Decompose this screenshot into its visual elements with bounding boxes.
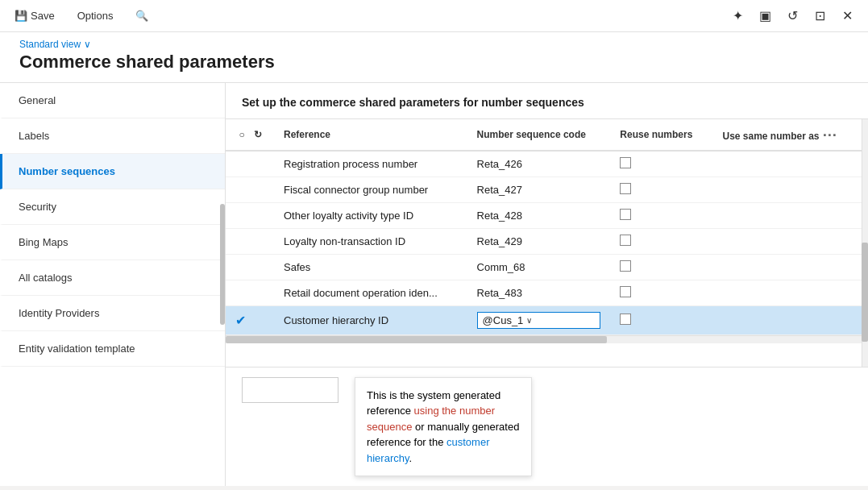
table-row[interactable]: ✔Customer hierarchy ID @Cus_1 ∨ bbox=[226, 306, 862, 335]
row-code: Reta_426 bbox=[467, 151, 611, 177]
th-reference-label: Reference bbox=[284, 129, 330, 140]
circle-icon: ○ bbox=[235, 128, 248, 141]
sidebar-item-bing-maps[interactable]: Bing Maps bbox=[0, 225, 225, 260]
reuse-checkbox[interactable] bbox=[620, 314, 631, 325]
tooltip-text-3: . bbox=[409, 452, 413, 464]
table-row[interactable]: Retail document operation iden...Reta_48… bbox=[226, 280, 862, 306]
options-button[interactable]: Options bbox=[73, 6, 118, 25]
sidebar-item-number-sequences[interactable]: Number sequences bbox=[0, 154, 225, 189]
sidebar-scroll-track bbox=[220, 83, 225, 486]
v-scrollbar-thumb[interactable] bbox=[862, 243, 868, 342]
row-code: Reta_483 bbox=[467, 280, 611, 306]
row-status-cell bbox=[226, 229, 274, 255]
save-button[interactable]: 💾 Save bbox=[10, 6, 60, 25]
row-same-as bbox=[712, 229, 862, 255]
sidebar-item-label: Number sequences bbox=[19, 165, 115, 177]
row-same-as bbox=[712, 306, 862, 335]
detach-button[interactable]: ⊡ bbox=[808, 5, 831, 27]
reuse-checkbox[interactable] bbox=[620, 183, 631, 194]
reuse-checkbox[interactable] bbox=[620, 286, 631, 297]
refresh-button[interactable]: ↺ bbox=[781, 5, 804, 27]
th-reuse-label: Reuse numbers bbox=[620, 129, 692, 140]
reuse-checkbox[interactable] bbox=[620, 209, 631, 220]
table-header-row: ○ ↻ Reference Number sequence code bbox=[226, 119, 862, 151]
row-reuse[interactable] bbox=[610, 255, 712, 280]
th-reuse: Reuse numbers bbox=[610, 119, 712, 151]
row-status-cell bbox=[226, 151, 274, 177]
reuse-checkbox[interactable] bbox=[620, 235, 631, 246]
more-options-icon[interactable]: ⋯ bbox=[822, 127, 837, 143]
row-reference: Safes bbox=[274, 255, 467, 280]
row-reference: Other loyalty activity type ID bbox=[274, 203, 467, 229]
diamond-icon: ✦ bbox=[733, 8, 743, 23]
sidebar-item-labels[interactable]: Labels bbox=[0, 118, 225, 154]
row-reference: Loyalty non-transaction ID bbox=[274, 229, 467, 255]
row-same-as bbox=[712, 255, 862, 280]
vertical-scrollbar[interactable] bbox=[862, 119, 868, 367]
save-icon: 💾 bbox=[15, 10, 27, 22]
th-same-as: Use same number as ⋯ bbox=[712, 119, 862, 151]
row-code: Reta_427 bbox=[467, 177, 611, 203]
row-reuse[interactable] bbox=[610, 151, 712, 177]
row-code[interactable]: @Cus_1 ∨ bbox=[467, 306, 611, 335]
row-code: Reta_428 bbox=[467, 203, 611, 229]
diamond-button[interactable]: ✦ bbox=[726, 5, 749, 27]
table-row[interactable]: SafesComm_68 bbox=[226, 255, 862, 280]
row-reuse[interactable] bbox=[610, 306, 712, 335]
row-reuse[interactable] bbox=[610, 229, 712, 255]
sidebar-item-label: Entity validation template bbox=[19, 343, 135, 355]
row-status-cell bbox=[226, 203, 274, 229]
row-status-cell: ✔ bbox=[226, 306, 274, 335]
row-reuse[interactable] bbox=[610, 177, 712, 203]
check-icon: ✔ bbox=[235, 314, 246, 327]
th-reference: Reference bbox=[274, 119, 467, 151]
th-same-as-label: Use same number as bbox=[722, 131, 819, 142]
sidebar-item-identity-providers[interactable]: Identity Providers bbox=[0, 296, 225, 331]
reuse-checkbox[interactable] bbox=[620, 157, 631, 168]
table-row[interactable]: Loyalty non-transaction IDReta_429 bbox=[226, 229, 862, 255]
th-sequence-code: Number sequence code bbox=[467, 119, 611, 151]
tooltip-box: This is the system generated reference u… bbox=[355, 377, 532, 477]
close-button[interactable]: ✕ bbox=[836, 5, 858, 27]
add-button[interactable] bbox=[242, 377, 338, 403]
row-status-cell bbox=[226, 255, 274, 280]
row-code: Comm_68 bbox=[467, 255, 611, 280]
h-scrollbar-thumb[interactable] bbox=[226, 336, 607, 343]
table-row[interactable]: Fiscal connector group numberReta_427 bbox=[226, 177, 862, 203]
th-select-all[interactable]: ○ ↻ bbox=[226, 119, 274, 151]
content-title: Set up the commerce shared parameters fo… bbox=[242, 96, 852, 109]
table-container: ○ ↻ Reference Number sequence code bbox=[226, 119, 862, 367]
row-same-as bbox=[712, 280, 862, 306]
page-header: Standard view ∨ Commerce shared paramete… bbox=[0, 32, 868, 83]
row-status-cell bbox=[226, 177, 274, 203]
sidebar-item-general[interactable]: General bbox=[0, 83, 225, 118]
row-reference: Retail document operation iden... bbox=[274, 280, 467, 306]
row-reuse[interactable] bbox=[610, 203, 712, 229]
main-layout: General Labels Number sequences Security… bbox=[0, 83, 868, 486]
panel-button[interactable]: ▣ bbox=[754, 5, 776, 27]
sidebar-scroll-thumb[interactable] bbox=[220, 204, 225, 325]
reuse-checkbox[interactable] bbox=[620, 260, 631, 272]
horizontal-scrollbar[interactable] bbox=[226, 335, 862, 343]
code-dropdown[interactable]: @Cus_1 ∨ bbox=[477, 312, 601, 329]
page-title: Commerce shared parameters bbox=[19, 52, 849, 73]
sidebar-item-all-catalogs[interactable]: All catalogs bbox=[0, 260, 225, 296]
standard-view[interactable]: Standard view ∨ bbox=[19, 39, 849, 50]
chevron-down-icon: ∨ bbox=[84, 39, 91, 50]
sidebar-item-security[interactable]: Security bbox=[0, 189, 225, 225]
row-reuse[interactable] bbox=[610, 280, 712, 306]
row-reference: Registration process number bbox=[274, 151, 467, 177]
table-row[interactable]: Other loyalty activity type IDReta_428 bbox=[226, 203, 862, 229]
row-same-as bbox=[712, 151, 862, 177]
search-icon: 🔍 bbox=[135, 10, 148, 22]
sidebar-item-entity-validation[interactable]: Entity validation template bbox=[0, 331, 225, 367]
row-same-as bbox=[712, 177, 862, 203]
row-same-as bbox=[712, 203, 862, 229]
sidebar-item-label: Labels bbox=[19, 130, 49, 142]
options-label: Options bbox=[77, 10, 114, 22]
refresh-small-icon: ↻ bbox=[251, 128, 264, 141]
table-row[interactable]: Registration process numberReta_426 bbox=[226, 151, 862, 177]
title-bar-right: ✦ ▣ ↺ ⊡ ✕ bbox=[726, 5, 858, 27]
table-wrapper: ○ ↻ Reference Number sequence code bbox=[226, 119, 868, 367]
search-button[interactable]: 🔍 bbox=[131, 6, 153, 25]
